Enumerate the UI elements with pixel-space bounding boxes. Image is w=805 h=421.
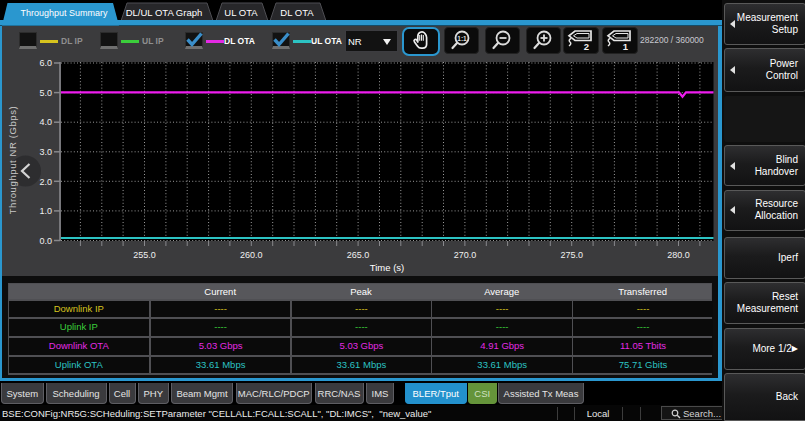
svg-text:UL OTA: UL OTA: [224, 7, 258, 18]
svg-text:270.0: 270.0: [454, 250, 477, 260]
svg-text:255.0: 255.0: [133, 250, 156, 260]
svg-text:1:1: 1:1: [457, 35, 467, 42]
svg-text:DL OTA: DL OTA: [280, 7, 314, 18]
svg-text:3.0: 3.0: [39, 147, 52, 157]
svg-text:0.0: 0.0: [39, 236, 52, 246]
svg-text:260.0: 260.0: [240, 250, 263, 260]
svg-text:Throughput Summary: Throughput Summary: [20, 8, 108, 18]
svg-text:2.0: 2.0: [39, 177, 52, 187]
svg-text:5.0: 5.0: [39, 88, 52, 98]
svg-text:2: 2: [584, 41, 589, 52]
svg-text:265.0: 265.0: [347, 250, 370, 260]
svg-text:4.0: 4.0: [39, 117, 52, 127]
svg-text:Time (s): Time (s): [370, 262, 404, 273]
svg-text:1: 1: [623, 41, 629, 52]
svg-text:Throughput NR (Gbps): Throughput NR (Gbps): [7, 106, 18, 215]
svg-text:280.0: 280.0: [667, 250, 690, 260]
svg-text:275.0: 275.0: [560, 250, 583, 260]
svg-text:6.0: 6.0: [39, 58, 52, 68]
svg-text:DL/UL OTA Graph: DL/UL OTA Graph: [126, 7, 203, 18]
svg-text:1.0: 1.0: [39, 206, 52, 216]
